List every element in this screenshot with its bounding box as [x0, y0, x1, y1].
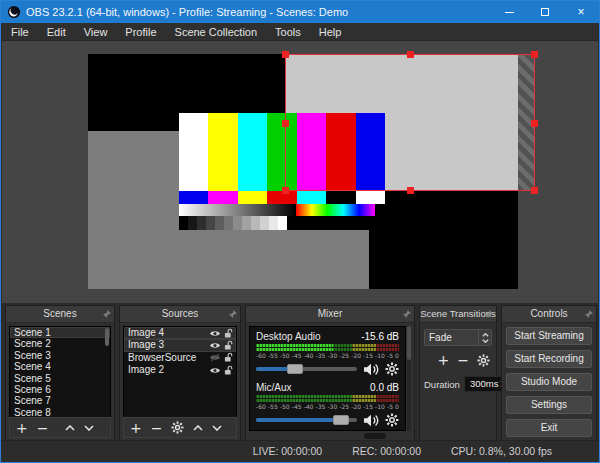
- remove-scene-button[interactable]: −: [37, 421, 49, 435]
- scene-list-item[interactable]: Scene 7: [10, 395, 110, 406]
- eye-off-icon[interactable]: [209, 353, 221, 362]
- volume-meter: [256, 344, 399, 351]
- remove-transition-button[interactable]: −: [457, 353, 469, 367]
- minimize-button[interactable]: [491, 1, 527, 23]
- move-scene-down-button[interactable]: [84, 425, 94, 431]
- pin-icon[interactable]: [485, 310, 493, 318]
- scene-list-item[interactable]: Scene 1: [10, 327, 110, 338]
- speaker-icon[interactable]: [363, 414, 379, 427]
- add-scene-button[interactable]: +: [16, 421, 28, 435]
- move-source-down-button[interactable]: [212, 425, 222, 431]
- source-name: Image 4: [128, 327, 206, 339]
- scene-list-item[interactable]: Scene 5: [10, 373, 110, 384]
- exit-button[interactable]: Exit: [506, 419, 592, 437]
- source-list-item[interactable]: BrowserSource: [124, 352, 236, 364]
- volume-slider-handle[interactable]: [333, 415, 349, 425]
- source-list[interactable]: Image 4 Image 3 BrowserSource Image 2: [123, 326, 237, 418]
- mixer-panel-title: Mixer: [318, 308, 342, 319]
- transition-select[interactable]: Fade: [424, 329, 492, 346]
- menu-file[interactable]: File: [2, 23, 38, 41]
- selection-handle-right-mid[interactable]: [531, 120, 538, 127]
- remove-source-button[interactable]: −: [151, 421, 163, 435]
- source-name: Image 3: [128, 339, 206, 351]
- selection-handle-bottom-left[interactable]: [282, 187, 289, 194]
- unlock-icon[interactable]: [224, 352, 233, 363]
- menu-profile[interactable]: Profile: [116, 23, 165, 41]
- scene-list-scrollbar[interactable]: [105, 328, 109, 346]
- title-bar: OBS 23.2.1 (64-bit, windows) - Profile: …: [1, 1, 599, 23]
- menu-help[interactable]: Help: [310, 23, 351, 41]
- volume-meter: [256, 395, 399, 402]
- maximize-icon: [541, 8, 549, 16]
- sources-toolbar: + −: [123, 417, 237, 438]
- combo-arrows[interactable]: [478, 330, 491, 345]
- menu-tools[interactable]: Tools: [266, 23, 310, 41]
- sources-panel-title: Sources: [162, 308, 199, 319]
- source-list-item[interactable]: Image 3: [124, 339, 236, 351]
- studio-mode-button[interactable]: Studio Mode: [506, 373, 592, 391]
- scene-list-item[interactable]: Scene 3: [10, 350, 110, 361]
- start-recording-button[interactable]: Start Recording: [506, 350, 592, 368]
- duration-value: 300ms: [465, 377, 499, 391]
- mixer-vertical-scrollbar[interactable]: [407, 326, 411, 431]
- channel-gear-icon[interactable]: [385, 362, 399, 376]
- selection-handle-top-right[interactable]: [531, 51, 538, 58]
- selection-handle-top-mid[interactable]: [407, 51, 414, 58]
- selection-box[interactable]: [285, 54, 535, 191]
- scene-list-item[interactable]: Scene 4: [10, 361, 110, 372]
- close-button[interactable]: ×: [563, 1, 599, 23]
- preview-canvas[interactable]: [2, 41, 598, 303]
- gradient-bars: [179, 204, 385, 216]
- controls-panel: Controls Start Streaming Start Recording…: [501, 305, 597, 442]
- volume-slider[interactable]: [256, 414, 357, 426]
- volume-slider-handle[interactable]: [287, 364, 303, 374]
- transition-gear-button[interactable]: [477, 354, 490, 367]
- eye-icon[interactable]: [209, 329, 221, 338]
- source-list-item[interactable]: Image 4: [124, 327, 236, 339]
- selection-handle-bottom-mid[interactable]: [407, 187, 414, 194]
- move-scene-up-button[interactable]: [65, 425, 75, 431]
- meter-scale: -60-55-50-45-40-35-30-25-20-15-10-50: [256, 352, 399, 359]
- scenes-toolbar: + −: [9, 417, 111, 438]
- mixer-horizontal-scrollbar[interactable]: [364, 433, 386, 439]
- scene-list[interactable]: Scene 1 Scene 2 Scene 3 Scene 4 Scene 5 …: [9, 326, 111, 418]
- meter-scale: -60-55-50-45-40-35-30-25-20-15-10-50: [256, 403, 399, 410]
- mixer-body: Desktop Audio -15.6 dB -60-55-50-45-40-3…: [249, 326, 406, 431]
- add-transition-button[interactable]: +: [438, 353, 450, 367]
- scene-list-item[interactable]: Scene 2: [10, 338, 110, 349]
- unlock-icon[interactable]: [224, 365, 233, 376]
- menu-view[interactable]: View: [75, 23, 117, 41]
- menu-scene-collection[interactable]: Scene Collection: [166, 23, 267, 41]
- selection-handle-left-mid[interactable]: [282, 120, 289, 127]
- pin-icon[interactable]: [103, 310, 111, 318]
- start-streaming-button[interactable]: Start Streaming: [506, 327, 592, 345]
- obs-window: OBS 23.2.1 (64-bit, windows) - Profile: …: [0, 0, 600, 463]
- pin-icon[interactable]: [403, 310, 411, 318]
- channel-gear-icon[interactable]: [385, 413, 399, 427]
- channel-name: Mic/Aux: [256, 382, 292, 393]
- source-name: BrowserSource: [128, 352, 206, 364]
- selection-handle-bottom-right[interactable]: [531, 187, 538, 194]
- scene-list-item[interactable]: Scene 6: [10, 384, 110, 395]
- selection-handle-top-left[interactable]: [282, 51, 289, 58]
- unlock-icon[interactable]: [224, 340, 233, 351]
- menu-edit[interactable]: Edit: [38, 23, 75, 41]
- add-source-button[interactable]: +: [130, 421, 142, 435]
- source-list-item[interactable]: Image 2: [124, 364, 236, 376]
- duration-label: Duration: [424, 379, 460, 390]
- preview-source-black-bottom[interactable]: [369, 191, 518, 289]
- settings-button[interactable]: Settings: [506, 396, 592, 414]
- pin-icon[interactable]: [229, 310, 237, 318]
- eye-icon[interactable]: [209, 341, 221, 350]
- maximize-button[interactable]: [527, 1, 563, 23]
- pin-icon[interactable]: [585, 310, 593, 318]
- minimize-icon: [505, 12, 514, 13]
- volume-slider[interactable]: [256, 363, 357, 375]
- unlock-icon[interactable]: [224, 328, 233, 339]
- move-source-up-button[interactable]: [193, 425, 203, 431]
- scenes-panel: Scenes Scene 1 Scene 2 Scene 3 Scene 4 S…: [5, 305, 115, 442]
- eye-icon[interactable]: [209, 366, 221, 375]
- source-properties-gear-button[interactable]: [171, 421, 184, 434]
- speaker-icon[interactable]: [363, 363, 379, 376]
- rec-time: REC: 00:00:00: [352, 445, 421, 457]
